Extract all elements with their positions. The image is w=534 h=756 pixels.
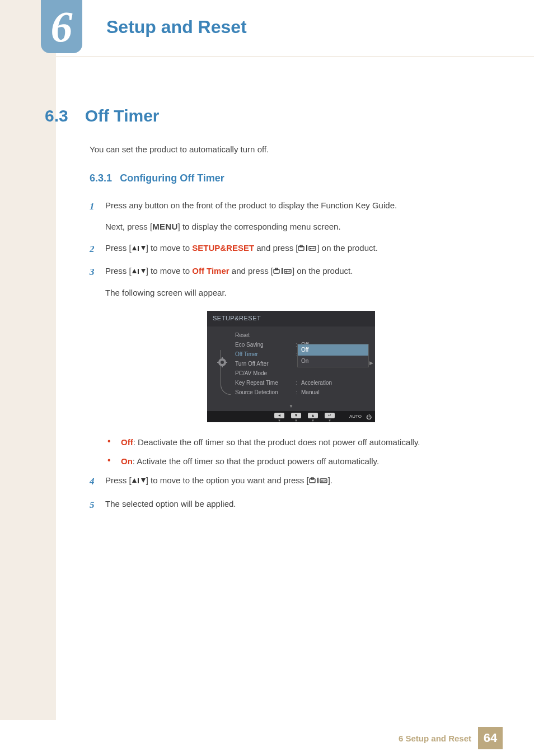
left-key-icon: ◄ [274,413,284,418]
up-down-arrow-icon [132,242,146,255]
svg-rect-5 [306,245,307,251]
osd-dropdown-option-off: Off [298,344,368,356]
bullet-on: • On: Activate the off timer so that the… [107,455,493,468]
svg-rect-18 [222,357,223,359]
gear-icon [217,357,227,370]
section-intro: You can set the product to automatically… [90,143,493,156]
svg-marker-10 [141,269,146,273]
content-body: You can set the product to automatically… [90,143,493,520]
bullet-text: : Activate the off timer so that the pro… [133,456,379,466]
step-4: 4 Press [] to move to the option you wan… [90,474,493,489]
source-enter-icon [273,265,292,278]
osd-row-source-detection: Source Detection:Manual [235,388,369,398]
step-followup: The following screen will appear. [105,286,493,300]
title-underline [56,56,534,57]
up-down-arrow-icon [132,474,146,488]
up-key-icon: ▲ [308,413,318,418]
step-text: Press [] to move to Off Timer and press … [105,264,493,278]
step-number: 5 [90,497,105,512]
corner-decoration [0,0,39,28]
bullet-icon: • [107,455,121,468]
svg-marker-22 [132,478,137,483]
step-text: Next, press [MENU] to display the corres… [105,220,493,234]
svg-marker-29 [321,480,322,482]
page-footer: 6 Setup and Reset 64 [0,726,534,756]
source-enter-icon [309,474,328,488]
section-title: Off Timer [85,106,160,125]
osd-pointer-line [221,350,231,395]
svg-marker-2 [141,246,146,250]
source-enter-icon [298,242,317,255]
footer-chapter-label: 6 Setup and Reset [399,734,471,743]
osd-row-reset: Reset [235,331,369,340]
svg-marker-7 [310,248,311,250]
svg-marker-0 [132,246,137,250]
svg-rect-20 [217,362,219,363]
subsection-title: Configuring Off Timer [120,172,224,184]
step-2: 2 Press [] to move to SETUP&RESET and pr… [90,241,493,256]
svg-rect-1 [138,246,139,251]
step-5: 5 The selected option will be applied. [90,497,493,512]
bullet-off: • Off: Deactivate the off timer so that … [107,436,493,449]
menu-key-label: MENU [152,222,177,231]
step-text: Press [] to move to SETUP&RESET and pres… [105,241,493,255]
osd-footer: ◄ ▼ ▼ ▼ ▲ ▼ ↵ ▼ AUTO ⏻ [207,411,375,422]
svg-rect-9 [138,269,139,274]
svg-rect-21 [226,362,227,363]
svg-rect-19 [222,366,223,367]
osd-header: SETUP&RESET [207,311,375,326]
step-3: 3 Press [] to move to Off Timer and pres… [90,264,493,300]
chapter-number-badge: 6 [41,0,82,53]
svg-rect-13 [282,268,283,274]
osd-row-key-repeat-time: Key Repeat Time:Acceleration [235,379,369,388]
subsection-number: 6.3.1 [90,172,112,184]
bullet-icon: • [107,436,121,449]
osd-dropdown: Off On [297,344,369,367]
osd-row-pc-av-mode: PC/AV Mode [235,369,369,379]
page-number: 64 [478,727,503,749]
svg-point-17 [221,361,224,364]
osd-body: Reset Eco Saving:Off Off Timer: Turn Off… [207,326,375,402]
chapter-title: Setup and Reset [106,17,247,38]
down-key-icon: ▼ [291,413,301,418]
step-number: 1 [90,199,105,234]
svg-rect-27 [317,478,318,483]
key-sublabel: ▼ [291,418,301,424]
menu-target: SETUP&RESET [192,243,254,253]
svg-marker-8 [132,269,137,273]
bullet-label: Off [121,437,133,447]
up-down-arrow-icon [132,265,146,278]
step-number: 4 [90,474,105,489]
step-1: 1 Press any button on the front of the p… [90,199,493,234]
subsection-heading: 6.3.1 Configuring Off Timer [90,170,493,186]
svg-marker-15 [285,270,287,273]
step-number: 2 [90,241,105,256]
step-number: 3 [90,264,105,300]
osd-screenshot: SETUP&RESET Reset Eco Saving:Off Off Tim… [207,311,375,422]
svg-rect-23 [138,478,139,483]
bullet-label: On [121,456,133,466]
section-heading: 6.3 Off Timer [45,106,160,125]
down-arrow-icon: ▼ [207,402,375,412]
enter-key-icon: ↵ [325,413,335,418]
right-arrow-icon: ▶ [369,359,373,367]
key-sublabel: ▼ [308,418,318,424]
auto-key-label: AUTO [349,413,362,421]
document-page: 6 Setup and Reset 6.3 Off Timer You can … [0,0,534,756]
bullet-text: : Deactivate the off timer so that the p… [133,437,420,447]
power-icon: ⏻ [366,413,372,422]
step-text: The selected option will be applied. [105,497,493,511]
key-sublabel: ▼ [325,418,335,424]
key-sublabel: ▼ [274,418,284,424]
step-text: Press [] to move to the option you want … [105,474,493,488]
section-number: 6.3 [45,106,68,125]
osd-dropdown-option-on: On [298,356,368,367]
svg-marker-24 [141,478,146,483]
step-text: Press any button on the front of the pro… [105,199,493,212]
menu-target: Off Timer [192,266,229,276]
